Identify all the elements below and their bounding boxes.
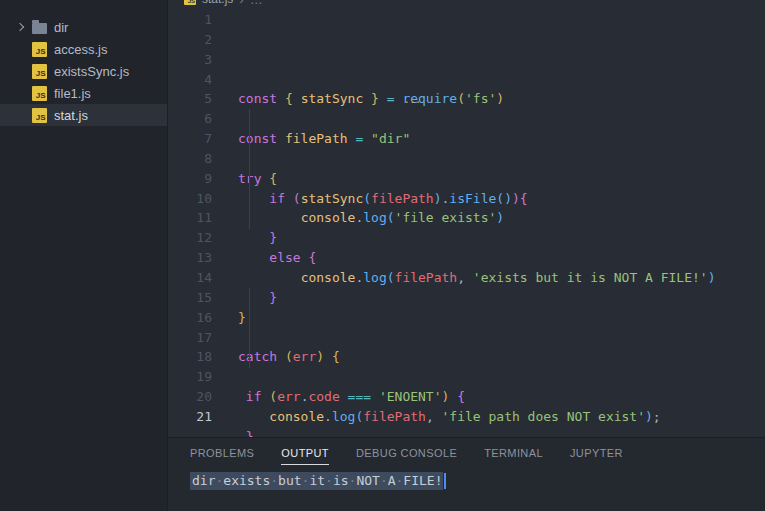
code-line-4[interactable] [238,149,765,169]
line-number: 9 [168,169,212,189]
chevron-right-icon [10,24,30,30]
code-line-15[interactable] [238,367,765,387]
whitespace-dot: · [215,473,223,488]
line-number: 21 [168,407,212,427]
tab-jupyter[interactable]: JUPYTER [570,447,623,465]
tab-terminal[interactable]: TERMINAL [484,447,543,465]
line-number: 20 [168,387,212,407]
js-file-icon: JS [30,108,48,123]
explorer-item-label: file1.js [54,86,91,101]
line-number: 3 [168,50,212,70]
breadcrumb-file: stat.js [202,0,233,6]
js-file-icon: JS [30,42,48,57]
code-line-18[interactable]: } [238,427,765,437]
whitespace-dot: · [270,473,278,488]
vscode-window: TEST dirJSaccess.jsJSexistsSync.jsJSfile… [0,0,765,511]
explorer-item-label: existsSync.js [54,64,129,79]
file-tree: dirJSaccess.jsJSexistsSync.jsJSfile1.jsJ… [0,7,167,126]
explorer-item-stat-js[interactable]: JSstat.js [0,104,167,126]
whitespace-dot: · [325,473,333,488]
explorer-item-existsSync-js[interactable]: JSexistsSync.js [0,60,167,82]
whitespace-dot: · [380,473,388,488]
whitespace-dot: · [396,473,404,488]
code-line-11[interactable]: } [238,288,765,308]
line-number: 6 [168,109,212,129]
line-number: 17 [168,328,212,348]
explorer-item-dir[interactable]: dir [0,16,167,38]
line-number: 5 [168,89,212,109]
code-line-13[interactable] [238,328,765,348]
tab-debug-console[interactable]: DEBUG CONSOLE [356,447,457,465]
code-editor[interactable]: 123456789101112131415161718192021 const … [168,10,765,437]
output-console-line[interactable]: dir·exists·but·it·is·NOT·A·FILE! [190,472,446,490]
tab-output[interactable]: OUTPUT [281,447,329,465]
line-number: 11 [168,208,212,228]
explorer-item-file1-js[interactable]: JSfile1.js [0,82,167,104]
code-line-9[interactable]: else { [238,248,765,268]
code-line-5[interactable]: try { [238,169,765,189]
line-number: 13 [168,248,212,268]
code-line-7[interactable]: console.log('file exists') [238,208,765,228]
code-line-2[interactable] [238,109,765,129]
tab-problems[interactable]: PROBLEMS [190,447,254,465]
breadcrumb[interactable]: JS stat.js › … [168,0,765,10]
bottom-panel: PROBLEMSOUTPUTDEBUG CONSOLETERMINALJUPYT… [168,437,765,511]
js-file-icon: JS [184,0,196,5]
js-file-icon: JS [30,64,48,79]
code-line-17[interactable]: console.log(filePath, 'file path does NO… [238,407,765,427]
text-cursor [444,473,446,489]
line-number: 12 [168,228,212,248]
line-number: 19 [168,367,212,387]
line-number: 10 [168,189,212,209]
line-number: 8 [168,149,212,169]
breadcrumb-tail: … [250,0,263,7]
code-line-8[interactable]: } [238,228,765,248]
code-line-3[interactable]: const filePath = "dir" [238,129,765,149]
line-number: 7 [168,129,212,149]
explorer-item-label: access.js [54,42,107,57]
line-number-gutter: 123456789101112131415161718192021 [168,10,212,437]
line-number: 1 [168,10,212,30]
explorer-sidebar: TEST dirJSaccess.jsJSexistsSync.jsJSfile… [0,0,168,511]
code-line-10[interactable]: console.log(filePath, 'exists but it is … [238,268,765,288]
line-number: 18 [168,347,212,367]
line-number: 2 [168,30,212,50]
js-file-icon: JS [30,86,48,101]
breadcrumb-separator: › [239,0,243,7]
code-line-12[interactable]: } [238,308,765,328]
code-line-16[interactable]: if (err.code === 'ENOENT') { [238,387,765,407]
hint-underline-token: require [402,91,457,106]
whitespace-dot: · [302,473,310,488]
line-number: 16 [168,308,212,328]
line-number: 15 [168,288,212,308]
editor-region: JS stat.js › … 1234567891011121314151617… [168,0,765,511]
explorer-item-label: stat.js [54,108,88,123]
explorer-section-header[interactable]: TEST [0,0,167,7]
folder-icon [30,21,48,34]
indent-guide [249,109,250,229]
selected-output-text: dir·exists·but·it·is·NOT·A·FILE! [190,472,443,490]
code-content[interactable]: const { statSync } = require('fs')const … [238,10,765,437]
panel-tab-bar: PROBLEMSOUTPUTDEBUG CONSOLETERMINALJUPYT… [168,438,765,465]
whitespace-dot: · [349,473,357,488]
explorer-section-label: TEST [21,0,51,2]
explorer-item-access-js[interactable]: JSaccess.js [0,38,167,60]
line-number: 14 [168,268,212,288]
line-number: 4 [168,70,212,90]
code-line-6[interactable]: if (statSync(filePath).isFile()){ [238,189,765,209]
code-line-14[interactable]: catch (err) { [238,347,765,367]
code-line-1[interactable]: const { statSync } = require('fs') [238,89,765,109]
explorer-item-label: dir [54,20,68,35]
indent-guide [249,288,250,368]
